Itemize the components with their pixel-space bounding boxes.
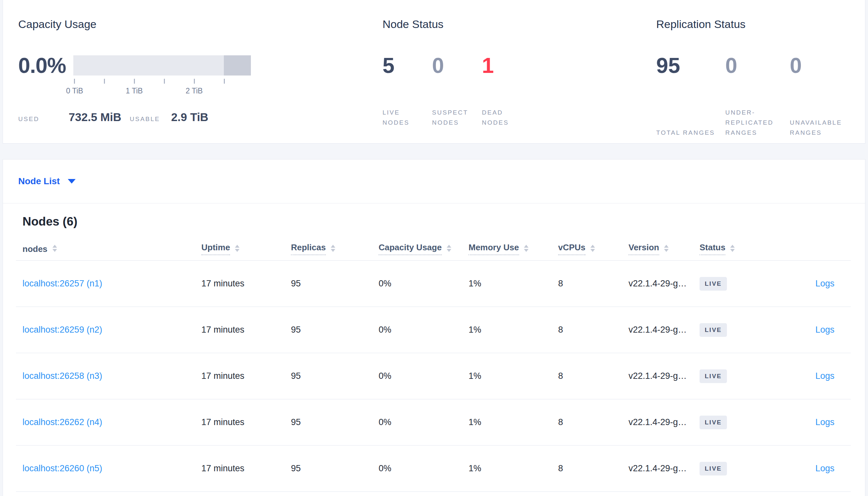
- view-selector-bar: Node List: [3, 159, 865, 203]
- replicas-cell: 95: [291, 417, 379, 427]
- capacity-usage-title: Capacity Usage: [18, 17, 370, 31]
- version-cell: v22.1.4-29-g…: [629, 417, 700, 427]
- logs-link[interactable]: Logs: [815, 279, 835, 288]
- vcpus-cell: 8: [558, 371, 629, 381]
- sort-icon: [235, 245, 239, 252]
- replicas-cell: 95: [291, 325, 379, 335]
- node-address-link[interactable]: localhost:26258 (n3): [23, 371, 102, 381]
- uptime-cell: 17 minutes: [201, 371, 291, 381]
- logs-link[interactable]: Logs: [815, 463, 835, 473]
- usable-label: USABLE: [130, 115, 160, 123]
- nodes-section-title: Nodes (6): [23, 215, 865, 229]
- sort-icon: [53, 245, 57, 252]
- column-header-status[interactable]: Status: [700, 243, 769, 255]
- under-replicated-ranges-value: 0: [725, 55, 790, 76]
- under-replicated-ranges-label: UNDER-REPLICATED RANGES: [725, 107, 789, 138]
- table-row: localhost:26259 (n2) 17 minutes 95 0% 1%…: [16, 307, 851, 353]
- node-list-dropdown[interactable]: Node List: [18, 176, 76, 186]
- used-value: 732.5 MiB: [69, 111, 121, 124]
- capacity-usage-cell: 0%: [379, 463, 468, 474]
- capacity-bar-usable-segment: [73, 55, 224, 76]
- dead-nodes-label: DEAD NODES: [482, 107, 527, 128]
- uptime-cell: 17 minutes: [201, 325, 291, 335]
- capacity-usage-cell: 0%: [379, 417, 468, 427]
- capacity-usage-cell: 0%: [379, 279, 468, 289]
- vcpus-cell: 8: [558, 417, 629, 427]
- dead-nodes-value: 1: [482, 55, 494, 76]
- capacity-usage-panel: Capacity Usage 0.0% 0 TiB 1 TiB 2 TiB US…: [18, 0, 370, 124]
- node-status-panel: Node Status 5 0 1 LIVE NODES SUSPECT NOD…: [383, 0, 643, 128]
- memory-use-cell: 1%: [468, 463, 558, 474]
- unavailable-ranges-value: 0: [790, 55, 802, 76]
- replication-status-title: Replication Status: [656, 17, 865, 31]
- live-nodes-value: 5: [383, 55, 432, 76]
- capacity-percent-value: 0.0%: [18, 55, 73, 76]
- status-badge: LIVE: [700, 462, 727, 476]
- column-header-replicas[interactable]: Replicas: [291, 243, 379, 255]
- capacity-axis-tick: [194, 79, 195, 84]
- version-cell: v22.1.4-29-g…: [629, 325, 700, 335]
- status-badge: LIVE: [700, 323, 727, 337]
- table-row: localhost:26258 (n3) 17 minutes 95 0% 1%…: [16, 353, 851, 399]
- column-header-memory-use[interactable]: Memory Use: [468, 243, 558, 255]
- capacity-axis-tick: [74, 79, 75, 84]
- column-header-version[interactable]: Version: [629, 243, 700, 255]
- table-row: localhost:26257 (n1) 17 minutes 95 0% 1%…: [16, 261, 851, 307]
- live-nodes-label: LIVE NODES: [383, 107, 428, 128]
- node-address-link[interactable]: localhost:26259 (n2): [23, 325, 102, 335]
- nodes-table-header: nodes Uptime Replicas Capacity Usage Mem…: [16, 237, 851, 261]
- capacity-tick-label-0: 0 TiB: [66, 87, 83, 95]
- column-header-uptime[interactable]: Uptime: [201, 243, 291, 255]
- memory-use-cell: 1%: [468, 325, 558, 335]
- sort-icon: [447, 245, 451, 252]
- vcpus-cell: 8: [558, 463, 629, 474]
- status-badge: LIVE: [700, 416, 727, 429]
- column-header-vcpus[interactable]: vCPUs: [558, 243, 629, 255]
- node-address-link[interactable]: localhost:26257 (n1): [23, 279, 102, 288]
- logs-link[interactable]: Logs: [815, 325, 835, 335]
- table-row: localhost:26262 (n4) 17 minutes 95 0% 1%…: [16, 399, 851, 446]
- nodes-table: nodes Uptime Replicas Capacity Usage Mem…: [16, 237, 851, 492]
- total-ranges-value: 95: [656, 55, 725, 76]
- replication-status-panel: Replication Status 95 0 0 TOTAL RANGES U…: [656, 0, 865, 138]
- column-header-capacity-usage[interactable]: Capacity Usage: [379, 243, 468, 255]
- chevron-down-icon: [68, 179, 76, 184]
- capacity-usage-cell: 0%: [379, 325, 468, 335]
- cluster-summary-card: Capacity Usage 0.0% 0 TiB 1 TiB 2 TiB US…: [3, 0, 865, 143]
- version-cell: v22.1.4-29-g…: [629, 463, 700, 474]
- version-cell: v22.1.4-29-g…: [629, 279, 700, 289]
- uptime-cell: 17 minutes: [201, 463, 291, 474]
- version-cell: v22.1.4-29-g…: [629, 371, 700, 381]
- capacity-axis-tick: [134, 79, 135, 84]
- unavailable-ranges-label: UNAVAILABLE RANGES: [790, 118, 854, 138]
- suspect-nodes-label: SUSPECT NODES: [432, 107, 478, 128]
- capacity-usage-bar: 0 TiB 1 TiB 2 TiB: [73, 55, 251, 76]
- memory-use-cell: 1%: [468, 371, 558, 381]
- status-badge: LIVE: [700, 277, 727, 291]
- replicas-cell: 95: [291, 279, 379, 289]
- logs-link[interactable]: Logs: [815, 371, 835, 381]
- status-badge: LIVE: [700, 369, 727, 383]
- capacity-axis-tick: [224, 79, 225, 84]
- memory-use-cell: 1%: [468, 417, 558, 427]
- uptime-cell: 17 minutes: [201, 279, 291, 289]
- sort-icon: [664, 245, 669, 252]
- nodes-table-body: localhost:26257 (n1) 17 minutes 95 0% 1%…: [16, 261, 851, 492]
- sort-icon: [524, 245, 528, 252]
- node-address-link[interactable]: localhost:26260 (n5): [23, 463, 102, 473]
- nodes-card: Node List Nodes (6) nodes Uptime Replica…: [3, 159, 865, 496]
- vcpus-cell: 8: [558, 279, 629, 289]
- column-header-nodes[interactable]: nodes: [23, 244, 201, 254]
- sort-icon: [331, 245, 335, 252]
- capacity-bar-other-segment: [224, 55, 251, 76]
- usable-value: 2.9 TiB: [171, 111, 208, 124]
- logs-link[interactable]: Logs: [815, 417, 835, 427]
- memory-use-cell: 1%: [468, 279, 558, 289]
- node-list-dropdown-label: Node List: [18, 176, 60, 186]
- node-address-link[interactable]: localhost:26262 (n4): [23, 417, 102, 427]
- capacity-tick-label-1: 1 TiB: [126, 87, 143, 95]
- uptime-cell: 17 minutes: [201, 417, 291, 427]
- table-row: localhost:26260 (n5) 17 minutes 95 0% 1%…: [16, 446, 851, 492]
- capacity-tick-label-2: 2 TiB: [186, 87, 203, 95]
- total-ranges-label: TOTAL RANGES: [656, 128, 720, 138]
